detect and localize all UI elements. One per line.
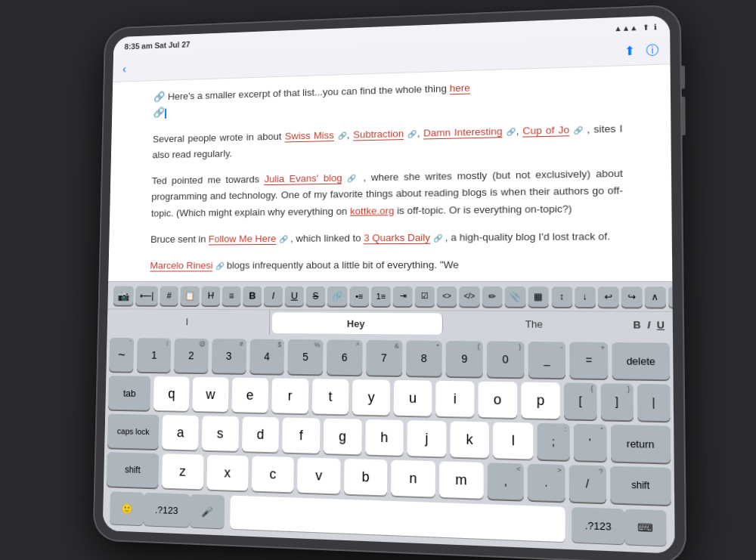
key-4[interactable]: $ 4 xyxy=(249,339,284,373)
mic-key[interactable]: 🎤 xyxy=(189,493,224,528)
key-g[interactable]: g xyxy=(324,418,361,454)
shift-left-key[interactable]: shift xyxy=(107,452,160,487)
key-minus[interactable]: - _ xyxy=(528,342,565,378)
attach-btn[interactable]: 📎 xyxy=(504,286,525,306)
num-key-right[interactable]: .?123 xyxy=(572,507,625,544)
kottke-link[interactable]: kottke.org xyxy=(350,204,394,215)
share-nav-icon[interactable]: ⬆ xyxy=(624,43,635,60)
keyboard-dismiss-key[interactable]: ⌨ xyxy=(624,509,667,546)
key-o[interactable]: o xyxy=(478,381,517,417)
key-s[interactable]: s xyxy=(202,416,239,451)
key-u[interactable]: u xyxy=(394,379,432,416)
key-2[interactable]: @ 2 xyxy=(174,338,209,373)
key-j[interactable]: j xyxy=(407,420,447,456)
key-comma[interactable]: < , xyxy=(488,463,524,500)
key-i[interactable]: i xyxy=(435,380,474,416)
volume-button[interactable] xyxy=(682,96,686,135)
damn-interesting-link[interactable]: Damn Interesting xyxy=(423,125,503,138)
key-equals[interactable]: + = xyxy=(570,342,609,378)
key-t[interactable]: t xyxy=(311,379,349,414)
note-btn[interactable]: 📋 xyxy=(180,286,200,305)
here-link[interactable]: here xyxy=(450,82,470,94)
key-l[interactable]: l xyxy=(493,422,533,459)
key-n[interactable]: n xyxy=(391,459,435,497)
code-btn[interactable]: <> xyxy=(437,286,457,305)
key-tilde[interactable]: ~ ` xyxy=(109,337,134,371)
key-y[interactable]: y xyxy=(352,379,390,415)
spacebar[interactable] xyxy=(230,495,565,542)
key-3[interactable]: # 3 xyxy=(212,339,246,373)
key-w[interactable]: w xyxy=(193,376,229,411)
code2-btn[interactable]: </> xyxy=(459,286,479,305)
key-r[interactable]: r xyxy=(271,378,308,413)
key-e[interactable]: e xyxy=(232,377,268,412)
key-v[interactable]: v xyxy=(297,457,340,493)
subtraction-link[interactable]: Subtraction xyxy=(353,127,404,140)
key-8[interactable]: * 8 xyxy=(406,340,442,376)
cup-of-jo-link[interactable]: Cup of Jo xyxy=(522,123,569,137)
pred-italic-btn[interactable]: I xyxy=(647,319,650,331)
key-1[interactable]: ! 1 xyxy=(137,338,171,372)
undo-btn[interactable]: ↩ xyxy=(597,286,618,306)
arrows-btn[interactable]: ↕ xyxy=(551,286,572,306)
key-slash[interactable]: ? / xyxy=(569,465,606,503)
pred-word-1[interactable]: I xyxy=(107,309,270,335)
editor-area[interactable]: 🔗 Here's a smaller excerpt of that list.… xyxy=(108,64,672,281)
quarks-daily-link[interactable]: 3 Quarks Daily xyxy=(364,231,430,244)
follow-me-here-link[interactable]: Follow Me Here xyxy=(209,233,277,245)
key-c[interactable]: c xyxy=(252,456,294,492)
indent-btn[interactable]: ⟵| xyxy=(135,286,158,305)
photo-btn[interactable]: 📷 xyxy=(113,286,134,305)
indent2-btn[interactable]: ⇥ xyxy=(393,286,413,305)
power-button[interactable] xyxy=(682,65,686,88)
key-m[interactable]: m xyxy=(439,461,484,498)
key-a[interactable]: a xyxy=(163,415,199,450)
pred-word-2[interactable]: Hey xyxy=(271,312,443,335)
redo-btn[interactable]: ↪ xyxy=(621,286,642,306)
heading-btn[interactable]: H xyxy=(201,286,220,305)
return-key[interactable]: return xyxy=(610,424,671,463)
down-arrow-btn[interactable]: ↓ xyxy=(575,286,596,306)
key-k[interactable]: k xyxy=(450,421,489,458)
underline-btn[interactable]: U xyxy=(285,286,304,305)
pred-bold-btn[interactable]: B xyxy=(634,318,641,330)
hash-btn[interactable]: # xyxy=(160,286,178,305)
table-btn[interactable]: ▦ xyxy=(528,286,548,306)
swiss-miss-link[interactable]: Swiss Miss xyxy=(285,128,334,141)
checkbox-btn[interactable]: ☑ xyxy=(415,286,435,305)
expand-btn[interactable]: ∧ xyxy=(644,286,665,306)
key-bracket-close[interactable]: } ] xyxy=(600,383,633,420)
back-button[interactable]: ‹ xyxy=(122,62,126,75)
collapse-btn[interactable]: ∨ xyxy=(668,286,675,306)
key-z[interactable]: z xyxy=(162,453,203,489)
shift-right-key[interactable]: shift xyxy=(610,466,671,504)
key-5[interactable]: % 5 xyxy=(288,339,324,374)
key-d[interactable]: d xyxy=(242,416,279,452)
marker-btn[interactable]: ✏ xyxy=(482,286,502,306)
pred-underline-btn[interactable]: U xyxy=(657,319,665,331)
num-list-btn[interactable]: 1≡ xyxy=(371,286,391,305)
key-quote[interactable]: " ' xyxy=(574,423,607,460)
marcelo-link[interactable]: Marcelo Rinesi xyxy=(150,259,212,271)
key-q[interactable]: q xyxy=(153,376,189,411)
key-period[interactable]: > . xyxy=(528,463,565,501)
key-semicolon[interactable]: : ; xyxy=(537,422,569,459)
julia-evans-link[interactable]: Julia Evans' blog xyxy=(264,172,342,184)
key-x[interactable]: x xyxy=(206,454,249,490)
info-nav-icon[interactable]: ⓘ xyxy=(646,42,658,59)
key-tab[interactable]: tab xyxy=(108,376,151,410)
key-bracket-open[interactable]: { [ xyxy=(564,382,596,419)
delete-key[interactable]: delete xyxy=(612,342,671,379)
key-pipe[interactable]: | xyxy=(637,383,671,420)
emoji-key[interactable]: 🙂 xyxy=(110,491,144,525)
bullet-list-btn[interactable]: •≡ xyxy=(349,286,369,305)
list-btn[interactable]: ≡ xyxy=(222,286,241,305)
italic-btn[interactable]: I xyxy=(264,286,283,305)
bold-btn[interactable]: B xyxy=(243,286,262,305)
link-btn[interactable]: 🔗 xyxy=(327,286,348,305)
key-7[interactable]: & 7 xyxy=(366,340,402,376)
key-9[interactable]: ( 9 xyxy=(446,341,483,377)
num-key-left[interactable]: .?123 xyxy=(144,492,190,527)
key-f[interactable]: f xyxy=(282,417,320,453)
caps-lock-key[interactable]: caps lock xyxy=(107,413,160,449)
